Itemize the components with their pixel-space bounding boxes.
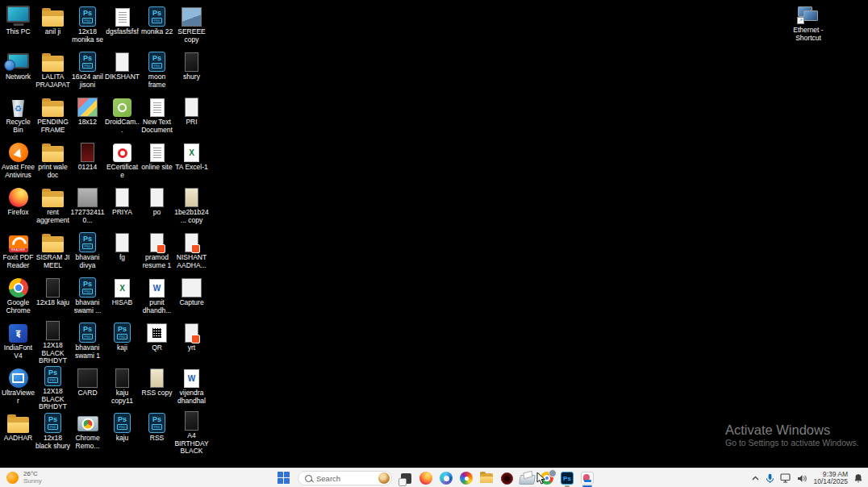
desktop-icon-lalita-prajapat[interactable]: LALITA PRAJAPAT (35, 48, 70, 94)
desktop-icon-rss[interactable]: PsPSDRSS (140, 410, 174, 455)
desktop-icon-avast-free-antivirus[interactable]: Avast Free Antivirus (1, 139, 35, 184)
desktop-icon-pramod-resume-1[interactable]: pramod resume 1 (140, 229, 174, 274)
weather-widget[interactable]: 26°C Sunny (6, 470, 42, 485)
desktop-icon-moon-frame[interactable]: PsPSDmoon frame (140, 48, 174, 94)
desktop-icon-ecertificate[interactable]: ECertificate (105, 139, 140, 184)
desktop-icon-shury[interactable]: shury (174, 48, 209, 94)
desktop-icon-punit-dhandh[interactable]: Wpunit dhandh... (140, 274, 174, 319)
desktop-icon-po[interactable]: po (140, 184, 174, 229)
desktop-icon-bhavani-divya[interactable]: PsPSDbhavani divya (70, 229, 105, 274)
search-input[interactable]: Search (298, 471, 392, 485)
photoshop-file-icon: PsPSD (148, 50, 165, 72)
desktop-icon-1be2b1b24-copy[interactable]: 1be2b1b24... copy (174, 184, 209, 229)
desktop-icon-ultraviewer[interactable]: UltraViewer (1, 364, 35, 410)
desktop-icon-a4-birthday-black-fra[interactable]: A4 BIRTHDAY BLACK FRA... (174, 410, 209, 455)
desktop-icon-label: fg (105, 254, 140, 262)
desktop-icon-recycle-bin[interactable]: ♻Recycle Bin (1, 94, 35, 139)
desktop-icon-chrome-remo[interactable]: Chrome Remo... (70, 410, 105, 455)
image-thumbnail-icon (150, 231, 164, 252)
desktop-icon-monika-22[interactable]: PsPSDmonika 22 (140, 3, 174, 48)
taskbar-clock[interactable]: 9:39 AM 10/14/2025 (813, 471, 848, 486)
taskbar: 26°C Sunny Search Ps (0, 468, 868, 487)
desktop-icon-nishant-aadha[interactable]: NISHANT AADHA... (174, 229, 209, 274)
desktop-icon-sisram-ji-meel[interactable]: SISRAM JI MEEL (35, 229, 70, 274)
desktop-icon-rent-aggrement[interactable]: rent aggrement (35, 184, 70, 229)
desktop-icon-hisab[interactable]: XHISAB (105, 274, 140, 319)
desktop-icon-12x18-black-brhdyt-m[interactable]: 12X18 BLACK BRHDYT M... (35, 319, 70, 364)
desktop-icon-google-chrome[interactable]: Google Chrome (1, 274, 35, 319)
desktop-icon-16x24-anil-jisoni[interactable]: PsPSD16x24 anil jisoni (70, 48, 105, 94)
taskbar-app-file-explorer[interactable] (478, 469, 495, 487)
desktop-icon-bhavani-swami-1[interactable]: PsPSDbhavani swami 1 (70, 319, 105, 364)
speaker-icon[interactable] (797, 474, 807, 483)
desktop-icon-this-pc[interactable]: This PC (1, 3, 35, 48)
desktop-icon-label: 18x12 (70, 119, 105, 127)
desktop-icon-pending-frame[interactable]: PENDING FRAME (35, 94, 70, 139)
sun-icon (6, 472, 19, 484)
desktop-icon-bhavani-swami[interactable]: PsPSDbhavani swami ... (70, 274, 105, 319)
desktop-icon-label: dgsfasfsfsf (105, 28, 140, 36)
desktop-icon-12x18-black-shury[interactable]: PsPSD12x18 black shury (35, 410, 70, 455)
desktop-icon-vijendra-dhandhal[interactable]: Wvijendra dhandhal (174, 364, 209, 410)
chrome-remote-desktop-icon (77, 411, 98, 433)
desktop-icon-card[interactable]: CARD (70, 364, 105, 410)
desktop-icon-label: PRI (174, 119, 209, 127)
weather-temp: 26°C (23, 470, 42, 477)
desktop-icon-label: 1727324110... (70, 209, 105, 224)
photoshop-file-icon: PsPSD (114, 411, 131, 433)
desktop-icon-indiafont-v4[interactable]: इIndiaFont V4 (1, 319, 35, 364)
desktop-icon-12x18-monika-se[interactable]: PsPSD12x18 monika se (70, 3, 105, 48)
desktop-icon-sereee-copy[interactable]: SEREEE copy (174, 3, 209, 48)
desktop-icon-18x12[interactable]: 18x12 (70, 94, 105, 139)
desktop-icon-qr[interactable]: QR (140, 319, 174, 364)
desktop-icon-network[interactable]: Network (1, 48, 35, 94)
taskbar-app-firefox[interactable] (417, 469, 435, 487)
desktop-icon-fg[interactable]: fg (105, 229, 140, 274)
taskbar-app-scanner[interactable] (518, 469, 536, 487)
desktop-icon-print-wale-doc[interactable]: print wale doc (35, 139, 70, 184)
taskbar-app-remote-app[interactable] (578, 469, 596, 487)
desktop-icon-01214[interactable]: 01214 (70, 139, 105, 184)
desktop-icon-label: Firefox (1, 209, 35, 217)
taskbar-app-copilot[interactable] (457, 469, 475, 487)
taskbar-app-opera[interactable] (498, 469, 515, 487)
desktop-icon-label: 01214 (70, 164, 105, 172)
desktop-icon-12x18-black-brhdyt-m[interactable]: PsPSD12X18 BLACK BRHDYT M... (35, 364, 70, 410)
folder-icon (42, 95, 64, 117)
desktop-icon-1727324110[interactable]: 1727324110... (70, 184, 105, 229)
chevron-up-icon[interactable] (751, 474, 760, 483)
taskbar-app-blue-swirl-app[interactable] (437, 469, 455, 487)
desktop-icon-foxit-pdf-reader[interactable]: READERFoxit PDF Reader (1, 229, 35, 274)
desktop-icon-ethernet-shortcut[interactable]: ↗ Ethernet - Shortcut (787, 3, 829, 42)
desktop-icon-kaju-copy11[interactable]: kaju copy11 (105, 364, 140, 410)
notification-bell-icon[interactable] (853, 473, 863, 484)
microphone-icon[interactable] (766, 473, 774, 484)
desktop-icon-firefox[interactable]: Firefox (1, 184, 35, 229)
desktop-icon-priya[interactable]: PRIYA (105, 184, 140, 229)
taskbar-app-task-view[interactable] (397, 469, 415, 487)
desktop-icon-ta-excel-1[interactable]: XTA Excel-1 (174, 139, 209, 184)
desktop-icon-kaji[interactable]: PsPSDkaji (105, 319, 140, 364)
desktop-icon-online-site[interactable]: online site (140, 139, 174, 184)
desktop-icon-dikshant[interactable]: DIKSHANT (105, 48, 140, 94)
desktop-icon-yrt[interactable]: yrt (174, 319, 209, 364)
desktop-icon-capture[interactable]: Capture (174, 274, 209, 319)
display-icon[interactable] (780, 473, 791, 483)
desktop-icon-rss-copy[interactable]: RSS copy (140, 364, 174, 410)
desktop-icon-pri[interactable]: PRI (174, 94, 209, 139)
excel-document-icon: X (184, 140, 199, 162)
start-button[interactable] (278, 472, 290, 485)
desktop-icon-kaju[interactable]: PsPSDkaju (105, 410, 140, 455)
taskbar-app-photoshop[interactable]: Ps (558, 469, 576, 487)
desktop-icon-label: A4 BIRTHDAY BLACK FRA... (174, 432, 209, 455)
taskbar-app-chrome[interactable] (538, 469, 556, 487)
photoshop-file-icon: PsPSD (148, 411, 165, 433)
desktop-icon-12x18-kaju[interactable]: 12x18 kaju (35, 274, 70, 319)
desktop-icon-droidcam[interactable]: DroidCam... (105, 94, 140, 139)
desktop-icon-label: 16x24 anil jisoni (70, 73, 105, 89)
desktop-icon-aadhar[interactable]: AADHAR (1, 410, 35, 455)
desktop-icon-new-text-document[interactable]: New Text Document (140, 94, 174, 139)
desktop-icon-dgsfasfsfsf[interactable]: dgsfasfsfsf (105, 3, 140, 48)
desktop-icon-anil-ji[interactable]: anil ji (35, 3, 70, 48)
opera-dark-icon (501, 472, 513, 485)
